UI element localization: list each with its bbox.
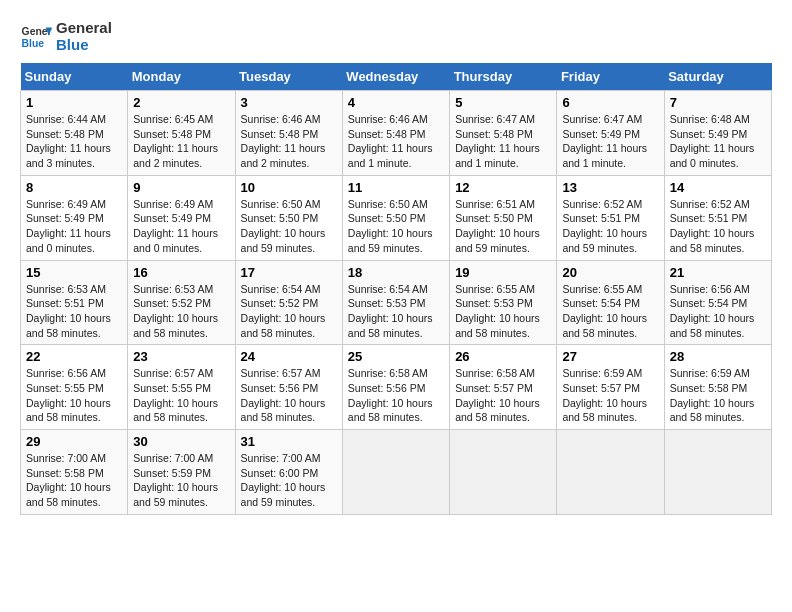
calendar-cell: 30Sunrise: 7:00 AMSunset: 5:59 PMDayligh…: [128, 430, 235, 515]
day-info: Sunrise: 6:50 AMSunset: 5:50 PMDaylight:…: [348, 197, 444, 256]
day-number: 3: [241, 95, 337, 110]
day-info: Sunrise: 6:50 AMSunset: 5:50 PMDaylight:…: [241, 197, 337, 256]
calendar-cell: [450, 430, 557, 515]
day-number: 1: [26, 95, 122, 110]
calendar-cell: [557, 430, 664, 515]
day-number: 26: [455, 349, 551, 364]
day-number: 22: [26, 349, 122, 364]
calendar-cell: [342, 430, 449, 515]
svg-text:Blue: Blue: [22, 37, 45, 48]
day-number: 15: [26, 265, 122, 280]
day-number: 28: [670, 349, 766, 364]
calendar-cell: 27Sunrise: 6:59 AMSunset: 5:57 PMDayligh…: [557, 345, 664, 430]
day-info: Sunrise: 6:49 AMSunset: 5:49 PMDaylight:…: [26, 197, 122, 256]
day-number: 27: [562, 349, 658, 364]
calendar-cell: 15Sunrise: 6:53 AMSunset: 5:51 PMDayligh…: [21, 260, 128, 345]
day-number: 24: [241, 349, 337, 364]
day-info: Sunrise: 6:53 AMSunset: 5:51 PMDaylight:…: [26, 282, 122, 341]
day-number: 2: [133, 95, 229, 110]
calendar-cell: 11Sunrise: 6:50 AMSunset: 5:50 PMDayligh…: [342, 175, 449, 260]
day-info: Sunrise: 6:44 AMSunset: 5:48 PMDaylight:…: [26, 112, 122, 171]
day-number: 30: [133, 434, 229, 449]
day-number: 11: [348, 180, 444, 195]
calendar-cell: 16Sunrise: 6:53 AMSunset: 5:52 PMDayligh…: [128, 260, 235, 345]
day-info: Sunrise: 7:00 AMSunset: 5:58 PMDaylight:…: [26, 451, 122, 510]
day-number: 17: [241, 265, 337, 280]
day-number: 19: [455, 265, 551, 280]
day-info: Sunrise: 7:00 AMSunset: 5:59 PMDaylight:…: [133, 451, 229, 510]
logo: General Blue General Blue: [20, 20, 112, 53]
calendar-cell: 25Sunrise: 6:58 AMSunset: 5:56 PMDayligh…: [342, 345, 449, 430]
day-info: Sunrise: 6:54 AMSunset: 5:52 PMDaylight:…: [241, 282, 337, 341]
calendar-cell: 1Sunrise: 6:44 AMSunset: 5:48 PMDaylight…: [21, 91, 128, 176]
day-number: 23: [133, 349, 229, 364]
day-info: Sunrise: 6:46 AMSunset: 5:48 PMDaylight:…: [348, 112, 444, 171]
day-info: Sunrise: 6:52 AMSunset: 5:51 PMDaylight:…: [670, 197, 766, 256]
calendar-table: SundayMondayTuesdayWednesdayThursdayFrid…: [20, 63, 772, 515]
day-info: Sunrise: 6:59 AMSunset: 5:58 PMDaylight:…: [670, 366, 766, 425]
day-number: 12: [455, 180, 551, 195]
day-info: Sunrise: 6:55 AMSunset: 5:53 PMDaylight:…: [455, 282, 551, 341]
header-thursday: Thursday: [450, 63, 557, 91]
day-info: Sunrise: 6:52 AMSunset: 5:51 PMDaylight:…: [562, 197, 658, 256]
calendar-cell: 12Sunrise: 6:51 AMSunset: 5:50 PMDayligh…: [450, 175, 557, 260]
day-number: 29: [26, 434, 122, 449]
calendar-cell: 4Sunrise: 6:46 AMSunset: 5:48 PMDaylight…: [342, 91, 449, 176]
day-info: Sunrise: 6:59 AMSunset: 5:57 PMDaylight:…: [562, 366, 658, 425]
day-info: Sunrise: 6:51 AMSunset: 5:50 PMDaylight:…: [455, 197, 551, 256]
calendar-week-row: 1Sunrise: 6:44 AMSunset: 5:48 PMDaylight…: [21, 91, 772, 176]
calendar-cell: 28Sunrise: 6:59 AMSunset: 5:58 PMDayligh…: [664, 345, 771, 430]
day-number: 7: [670, 95, 766, 110]
calendar-week-row: 29Sunrise: 7:00 AMSunset: 5:58 PMDayligh…: [21, 430, 772, 515]
calendar-cell: 18Sunrise: 6:54 AMSunset: 5:53 PMDayligh…: [342, 260, 449, 345]
header-tuesday: Tuesday: [235, 63, 342, 91]
day-number: 9: [133, 180, 229, 195]
day-number: 14: [670, 180, 766, 195]
day-number: 6: [562, 95, 658, 110]
calendar-cell: 8Sunrise: 6:49 AMSunset: 5:49 PMDaylight…: [21, 175, 128, 260]
calendar-cell: 19Sunrise: 6:55 AMSunset: 5:53 PMDayligh…: [450, 260, 557, 345]
calendar-cell: 5Sunrise: 6:47 AMSunset: 5:48 PMDaylight…: [450, 91, 557, 176]
calendar-cell: 23Sunrise: 6:57 AMSunset: 5:55 PMDayligh…: [128, 345, 235, 430]
calendar-week-row: 15Sunrise: 6:53 AMSunset: 5:51 PMDayligh…: [21, 260, 772, 345]
header-wednesday: Wednesday: [342, 63, 449, 91]
day-info: Sunrise: 6:58 AMSunset: 5:56 PMDaylight:…: [348, 366, 444, 425]
calendar-cell: 3Sunrise: 6:46 AMSunset: 5:48 PMDaylight…: [235, 91, 342, 176]
calendar-cell: 10Sunrise: 6:50 AMSunset: 5:50 PMDayligh…: [235, 175, 342, 260]
day-number: 21: [670, 265, 766, 280]
header-friday: Friday: [557, 63, 664, 91]
day-info: Sunrise: 6:57 AMSunset: 5:56 PMDaylight:…: [241, 366, 337, 425]
header-saturday: Saturday: [664, 63, 771, 91]
day-info: Sunrise: 6:49 AMSunset: 5:49 PMDaylight:…: [133, 197, 229, 256]
calendar-cell: 17Sunrise: 6:54 AMSunset: 5:52 PMDayligh…: [235, 260, 342, 345]
day-number: 5: [455, 95, 551, 110]
calendar-cell: 29Sunrise: 7:00 AMSunset: 5:58 PMDayligh…: [21, 430, 128, 515]
logo-icon: General Blue: [20, 21, 52, 53]
day-number: 16: [133, 265, 229, 280]
calendar-cell: 24Sunrise: 6:57 AMSunset: 5:56 PMDayligh…: [235, 345, 342, 430]
calendar-cell: 14Sunrise: 6:52 AMSunset: 5:51 PMDayligh…: [664, 175, 771, 260]
calendar-cell: 6Sunrise: 6:47 AMSunset: 5:49 PMDaylight…: [557, 91, 664, 176]
header-monday: Monday: [128, 63, 235, 91]
header: General Blue General Blue: [20, 20, 772, 53]
day-info: Sunrise: 6:48 AMSunset: 5:49 PMDaylight:…: [670, 112, 766, 171]
calendar-week-row: 22Sunrise: 6:56 AMSunset: 5:55 PMDayligh…: [21, 345, 772, 430]
day-info: Sunrise: 6:54 AMSunset: 5:53 PMDaylight:…: [348, 282, 444, 341]
calendar-week-row: 8Sunrise: 6:49 AMSunset: 5:49 PMDaylight…: [21, 175, 772, 260]
calendar-cell: 26Sunrise: 6:58 AMSunset: 5:57 PMDayligh…: [450, 345, 557, 430]
day-info: Sunrise: 6:56 AMSunset: 5:55 PMDaylight:…: [26, 366, 122, 425]
day-number: 4: [348, 95, 444, 110]
day-info: Sunrise: 6:53 AMSunset: 5:52 PMDaylight:…: [133, 282, 229, 341]
day-info: Sunrise: 6:47 AMSunset: 5:48 PMDaylight:…: [455, 112, 551, 171]
calendar-cell: 21Sunrise: 6:56 AMSunset: 5:54 PMDayligh…: [664, 260, 771, 345]
calendar-cell: 20Sunrise: 6:55 AMSunset: 5:54 PMDayligh…: [557, 260, 664, 345]
day-number: 25: [348, 349, 444, 364]
day-number: 13: [562, 180, 658, 195]
calendar-cell: [664, 430, 771, 515]
calendar-cell: 13Sunrise: 6:52 AMSunset: 5:51 PMDayligh…: [557, 175, 664, 260]
calendar-cell: 2Sunrise: 6:45 AMSunset: 5:48 PMDaylight…: [128, 91, 235, 176]
calendar-cell: 31Sunrise: 7:00 AMSunset: 6:00 PMDayligh…: [235, 430, 342, 515]
day-number: 18: [348, 265, 444, 280]
day-number: 31: [241, 434, 337, 449]
day-info: Sunrise: 6:58 AMSunset: 5:57 PMDaylight:…: [455, 366, 551, 425]
